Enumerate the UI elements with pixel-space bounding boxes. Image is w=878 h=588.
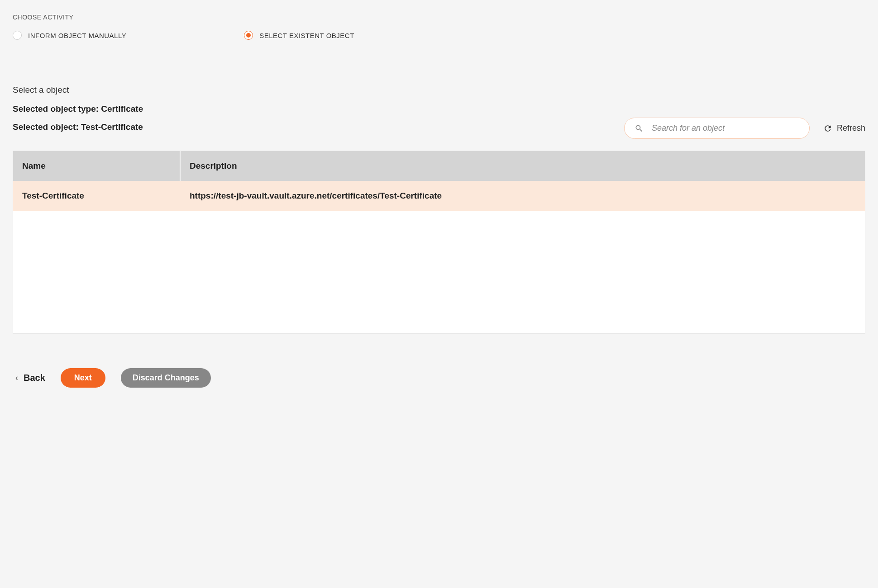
next-button[interactable]: Next [61, 368, 105, 388]
radio-inform-manually[interactable]: INFORM OBJECT MANUALLY [13, 31, 126, 40]
col-header-name: Name [13, 151, 181, 181]
objects-table: Name Description Test-Certificate https:… [13, 151, 865, 334]
radio-label-manual: INFORM OBJECT MANUALLY [28, 32, 126, 39]
footer-actions: ‹ Back Next Discard Changes [13, 368, 865, 388]
back-button[interactable]: ‹ Back [15, 373, 45, 383]
search-icon [635, 124, 644, 133]
table-header: Name Description [13, 151, 865, 181]
activity-radio-group: INFORM OBJECT MANUALLY SELECT EXISTENT O… [13, 31, 865, 40]
search-field-wrap[interactable] [624, 118, 810, 139]
radio-icon [13, 31, 22, 40]
radio-select-existent[interactable]: SELECT EXISTENT OBJECT [244, 31, 354, 40]
radio-label-existent: SELECT EXISTENT OBJECT [259, 32, 354, 39]
cell-name: Test-Certificate [13, 181, 181, 211]
refresh-icon [823, 124, 832, 133]
select-object-heading: Select a object [13, 85, 865, 95]
search-input[interactable] [652, 123, 799, 133]
table-row[interactable]: Test-Certificate https://test-jb-vault.v… [13, 181, 865, 211]
chevron-left-icon: ‹ [15, 373, 18, 383]
table-empty-space [13, 211, 865, 333]
choose-activity-label: CHOOSE ACTIVITY [13, 14, 865, 21]
refresh-button[interactable]: Refresh [823, 123, 865, 133]
radio-dot-icon [246, 33, 251, 38]
refresh-label: Refresh [837, 123, 865, 133]
radio-icon-selected [244, 31, 253, 40]
selected-object-type: Selected object type: Certificate [13, 104, 865, 114]
cell-description: https://test-jb-vault.vault.azure.net/ce… [181, 181, 865, 211]
back-label: Back [24, 373, 45, 383]
col-header-description: Description [181, 151, 865, 181]
discard-changes-button[interactable]: Discard Changes [121, 368, 211, 388]
